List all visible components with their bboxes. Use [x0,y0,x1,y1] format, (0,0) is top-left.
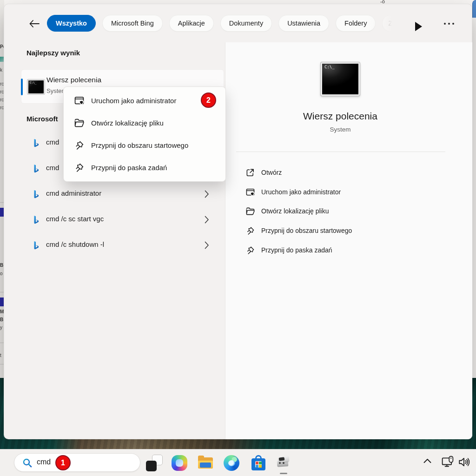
tab-microsoft-bing[interactable]: Microsoft Bing [102,15,163,32]
copilot-icon[interactable] [171,455,188,471]
menu-item-run-as-admin[interactable]: Uruchom jako administrator 2 [64,89,225,112]
back-arrow-icon[interactable] [28,19,40,29]
suggestion-text: cmd administrator [46,189,101,197]
bing-icon [32,139,41,147]
search-suggestion[interactable]: cmd /c sc start vgc [21,211,224,229]
action-pin-to-taskbar[interactable]: Przypnij do paska zadań [236,240,445,260]
search-suggestion[interactable]: cmd administrator [21,185,224,204]
annotation-badge-1: 1 [55,455,71,470]
taskbar: cmd 1 [0,449,476,476]
bing-icon [32,241,41,250]
edge-text-fragment: B [0,263,3,268]
cmd-app-icon-large: C:\_ [321,62,360,96]
chevron-right-icon[interactable] [205,190,209,198]
tab-label: Wszystko [56,20,87,27]
action-open-file-location[interactable]: Otwórz lokalizację pliku [236,201,445,221]
running-app-indicator [280,473,287,474]
background-window-corner [472,0,476,18]
copilot-logo [172,455,187,471]
menu-item-label: Otwórz lokalizację pliku [91,119,164,127]
tab-dokumenty[interactable]: Dokumenty [220,15,272,32]
action-label: Otwórz [261,169,282,176]
open-file-location-icon [246,207,255,216]
tray-volume-icon[interactable] [458,456,470,468]
bing-icon [32,164,41,173]
details-title: Wiersz polecenia [225,111,456,122]
chevron-right-icon[interactable] [205,216,209,224]
bing-icon [32,190,41,198]
search-flyout-panel: Wszystko Microsoft Bing Aplikacje Dokume… [4,4,472,439]
tab-label: Foldery [344,20,367,27]
suggestion-text: cmd [46,164,59,172]
suggestion-text: cmd /c sc start vgc [46,215,104,223]
open-icon [246,168,255,177]
more-options-icon[interactable] [444,23,454,25]
action-label: Przypnij do paska zadań [261,246,332,254]
edge-icon[interactable] [223,455,240,471]
bing-icon [32,215,41,224]
search-suggestion[interactable]: cmd /c shutdown -l [21,236,224,255]
file-explorer-icon[interactable] [197,455,214,471]
menu-item-label: Uruchom jako administrator [91,97,176,105]
selection-accent-bar [21,79,23,95]
tab-label: Z [388,20,392,27]
edge-text-fragment: B [0,317,3,322]
screen: { "colors": { "accent_blue": "#0067c0", … [0,0,476,476]
tab-label: Ustawienia [287,20,320,27]
pin-icon [246,246,255,255]
details-app-summary: C:\_ Wiersz polecenia System [225,42,456,133]
gray-app-logo [275,456,292,470]
search-filter-tabbar: Wszystko Microsoft Bing Aplikacje Dokume… [4,4,472,42]
menu-item-pin-to-start[interactable]: Przypnij do obszaru startowego [64,134,225,156]
tray-devices-icon[interactable] [442,456,454,468]
chevron-right-icon[interactable] [205,241,209,249]
action-label: Przypnij do obszaru startowego [261,227,352,234]
details-panel: C:\_ Wiersz polecenia System Otwórz Uruc… [225,42,472,439]
tab-aplikacje[interactable]: Aplikacje [169,15,214,32]
open-file-location-icon [74,118,84,128]
menu-item-open-file-location[interactable]: Otwórz lokalizację pliku [64,112,225,134]
best-match-header: Najlepszy wynik [26,49,80,57]
menu-item-pin-to-taskbar[interactable]: Przypnij do paska zadań [64,156,225,178]
microsoft-store-icon[interactable] [250,455,267,471]
action-open[interactable]: Otwórz [236,163,445,182]
store-window [255,461,262,468]
tray-chevron-up-icon[interactable] [422,456,433,465]
best-match-title: Wiersz polecenia [46,76,101,84]
filter-tabs: Wszystko Microsoft Bing Aplikacje Dokume… [47,15,398,32]
action-label: Uruchom jako administrator [261,188,341,196]
annotation-badge-2: 2 [201,93,216,108]
pin-icon [74,163,84,172]
taskbar-search-box[interactable]: cmd 1 [14,453,140,472]
task-view-icon[interactable] [146,455,163,471]
pin-icon [246,226,255,235]
tab-z-truncated[interactable]: Z [382,15,398,32]
details-divider [236,152,445,152]
edge-text-fragment: k [0,68,2,73]
scroll-right-icon[interactable] [415,22,422,31]
tab-label: Dokumenty [229,20,263,27]
tab-wszystko[interactable]: Wszystko [47,15,96,32]
details-subtitle: System [225,126,456,133]
edge-text-fragment: t [0,353,1,358]
suggestion-text: cmd /c shutdown -l [46,240,104,248]
suggestions-header: Microsoft [26,115,58,123]
action-pin-to-start[interactable]: Przypnij do obszaru startowego [236,221,445,240]
run-as-admin-icon [246,188,255,197]
run-as-admin-icon [74,96,84,106]
pin-icon [74,140,84,150]
cmd-app-icon: C:\_ [27,79,45,94]
search-icon [22,458,33,468]
running-app-icon[interactable] [275,455,292,471]
tab-ustawienia[interactable]: Ustawienia [278,15,329,32]
context-menu: Uruchom jako administrator 2 Otwórz loka… [63,86,226,182]
menu-item-label: Przypnij do paska zadań [91,164,167,172]
task-view-front-square [146,461,157,471]
action-run-as-admin[interactable]: Uruchom jako administrator [236,182,445,202]
tab-foldery[interactable]: Foldery [336,15,376,32]
menu-item-label: Przypnij do obszaru startowego [91,141,188,149]
edge-logo [224,455,239,471]
folder-slot [200,463,211,468]
tab-label: Aplikacje [178,20,205,27]
suggestion-text: cmd [46,138,59,146]
